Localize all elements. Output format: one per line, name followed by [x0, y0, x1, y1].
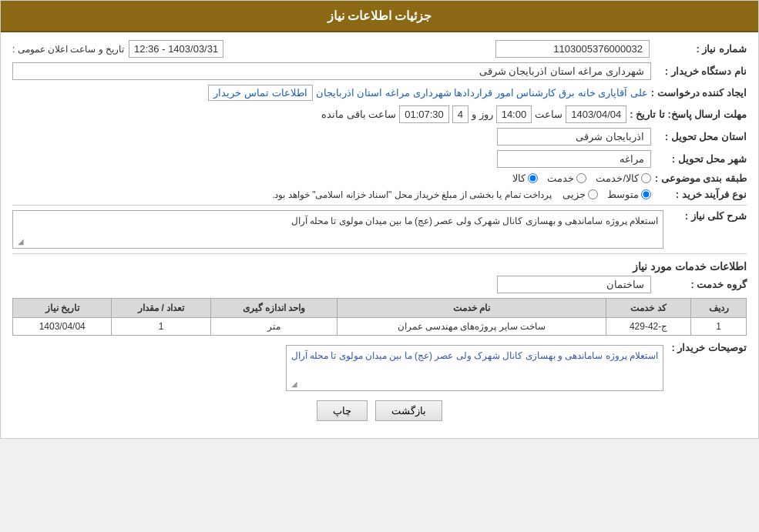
purchase-radio-motavasset[interactable] — [641, 189, 651, 199]
services-title: اطلاعات خدمات مورد نیاز — [12, 260, 747, 273]
response-deadline-label: مهلت ارسال پاسخ: تا تاریخ : — [630, 109, 747, 120]
response-time-label: ساعت — [535, 109, 563, 120]
col-name: نام خدمت — [338, 299, 606, 318]
category-option-kala-khedmat[interactable]: کالا/خدمت — [596, 172, 651, 184]
purchase-label-jozii: جزیی — [563, 189, 586, 200]
creator-label: ایجاد کننده درخواست : — [651, 87, 747, 99]
cell-unit: متر — [210, 318, 337, 336]
category-label-kala: کالا — [512, 172, 526, 184]
purchase-radio-jozii[interactable] — [588, 189, 598, 199]
category-option-khedmat[interactable]: خدمت — [547, 172, 586, 184]
buyer-notes-value: استعلام پروژه ساماندهی و بهسازی کانال شه… — [291, 350, 658, 361]
buyer-name-value: شهرداری مراغه استان اذربایجان شرقی — [12, 62, 651, 80]
need-number-value: 1103005376000032 — [495, 40, 650, 58]
services-table: ردیف کد خدمت نام خدمت واحد اندازه گیری ت… — [12, 298, 747, 336]
announce-label: تاریخ و ساعت اعلان عمومی : — [12, 44, 124, 55]
buttons-row: بازگشت چاپ — [12, 400, 747, 421]
contact-link[interactable]: اطلاعات تماس خریدار — [208, 85, 312, 101]
service-group-label: گروه خدمت : — [654, 279, 747, 290]
back-button[interactable]: بازگشت — [375, 400, 442, 421]
category-radio-kala[interactable] — [528, 173, 538, 183]
col-code: کد خدمت — [606, 299, 691, 318]
purchase-note: پرداخت تمام یا بخشی از مبلغ خریداز محل "… — [272, 189, 552, 200]
delivery-province-value: اذربایجان شرقی — [497, 128, 651, 146]
buyer-notes-label: توصیحات خریدار : — [670, 342, 747, 353]
description-value: استعلام پروژه ساماندهی و بهسازی کانال شه… — [291, 216, 658, 226]
col-unit: واحد اندازه گیری — [210, 299, 337, 318]
cell-quantity: 1 — [112, 318, 210, 336]
response-time: 14:00 — [496, 105, 532, 123]
purchase-option-motavasset[interactable]: متوسط — [607, 189, 651, 200]
category-label-kala-khedmat: کالا/خدمت — [596, 172, 639, 184]
category-option-kala[interactable]: کالا — [512, 172, 538, 184]
remaining-time: 01:07:30 — [399, 105, 449, 123]
cell-code: ج-42-429 — [606, 318, 691, 336]
cell-date: 1403/04/04 — [13, 318, 112, 336]
purchase-label-motavasset: متوسط — [607, 189, 639, 200]
category-radio-group: کالا/خدمت خدمت کالا — [512, 172, 651, 184]
col-date: تاریخ نیاز — [13, 299, 112, 318]
delivery-city-label: شهر محل تحویل : — [654, 153, 747, 165]
cell-name: ساخت سایر پروژه‌های مهندسی عمران — [338, 318, 606, 336]
delivery-province-label: استان محل تحویل : — [654, 131, 747, 142]
buyer-name-label: نام دستگاه خریدار : — [654, 65, 747, 77]
service-group-value: ساختمان — [497, 276, 651, 293]
response-date: 1403/04/04 — [566, 105, 626, 123]
cell-row: 1 — [691, 318, 747, 336]
category-label: طبقه بندی موضوعی : — [654, 172, 747, 184]
category-label-khedmat: خدمت — [547, 172, 574, 184]
page-title: جزئیات اطلاعات نیاز — [1, 1, 758, 32]
resize-handle[interactable]: ◢ — [13, 237, 24, 248]
response-days: 4 — [452, 105, 468, 123]
purchase-option-jozii[interactable]: جزیی — [563, 189, 598, 200]
creator-value: علی آقاپاری خانه برق کارشناس امور قراردا… — [316, 87, 648, 99]
announce-value: 1403/03/31 - 12:36 — [129, 40, 223, 58]
description-box: استعلام پروژه ساماندهی و بهسازی کانال شه… — [12, 210, 663, 249]
col-quantity: تعداد / مقدار — [112, 299, 210, 318]
remaining-label: ساعت باقی مانده — [321, 109, 396, 120]
category-radio-khedmat[interactable] — [576, 173, 586, 183]
table-row: 1 ج-42-429 ساخت سایر پروژه‌های مهندسی عم… — [13, 318, 747, 336]
print-button[interactable]: چاپ — [317, 400, 368, 421]
need-number-label: شماره نیاز : — [654, 43, 747, 55]
buyer-notes-resize-handle[interactable]: ◢ — [287, 380, 297, 390]
buyer-notes-box: استعلام پروژه ساماندهی و بهسازی کانال شه… — [286, 345, 663, 391]
description-label: شرح کلی نیاز : — [670, 210, 747, 222]
category-radio-kala-khedmat[interactable] — [641, 173, 651, 183]
purchase-type-radio-group: متوسط جزیی — [563, 189, 651, 200]
response-days-label: روز و — [472, 109, 493, 120]
purchase-type-label: نوع فرآیند خرید : — [654, 189, 747, 200]
delivery-city-value: مراغه — [497, 150, 651, 168]
col-row: ردیف — [691, 299, 747, 318]
